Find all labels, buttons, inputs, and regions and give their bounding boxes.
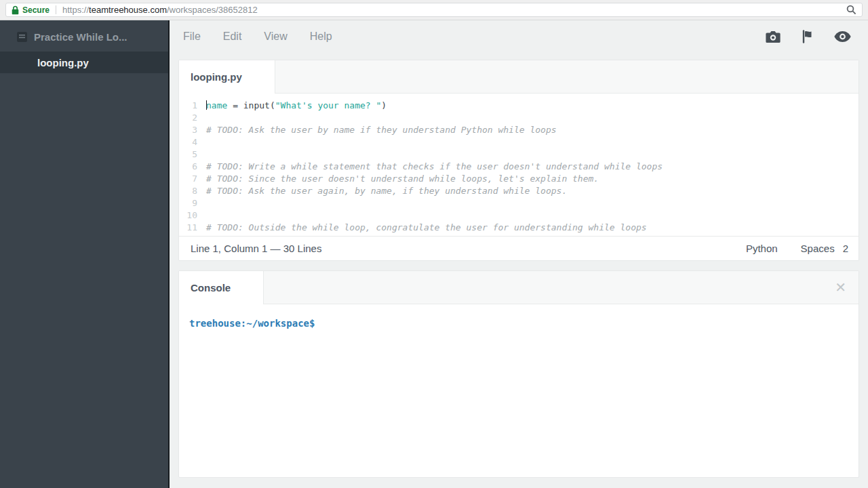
browser-chrome: Secure https://teamtreehouse.com/workspa… bbox=[0, 0, 868, 20]
code-token-comment: # TODO: Outside the while loop, congratu… bbox=[206, 222, 647, 232]
line-number: 1 bbox=[179, 100, 206, 112]
editor-tab-looping-py[interactable]: looping.py bbox=[179, 60, 275, 94]
url-bar[interactable]: Secure https://teamtreehouse.com/workspa… bbox=[5, 3, 863, 17]
line-content: # TODO: Ask the user again, by name, if … bbox=[206, 186, 567, 196]
menu-help[interactable]: Help bbox=[310, 30, 332, 43]
toolbar-icons bbox=[766, 30, 868, 43]
code-token-ident: name bbox=[206, 100, 227, 110]
cursor-position-label: Line 1, Column 1 — 30 Lines bbox=[191, 243, 321, 254]
editor-tab-label: looping.py bbox=[191, 71, 242, 83]
line-number: 3 bbox=[179, 124, 206, 136]
code-token-str: "What's your name? " bbox=[275, 100, 382, 110]
code-token-comment: # TODO: Ask the user by name if they und… bbox=[206, 125, 557, 135]
url-divider bbox=[56, 5, 56, 14]
secure-label: Secure bbox=[22, 5, 50, 15]
editor-tab-bar: looping.py bbox=[179, 60, 859, 94]
console-panel: Console ✕ treehouse:~/workspace$ bbox=[178, 270, 859, 478]
menu-edit[interactable]: Edit bbox=[223, 30, 242, 43]
file-sidebar: Practice While Lo... looping.py bbox=[0, 20, 170, 488]
code-line[interactable]: 5 bbox=[179, 148, 859, 161]
editor-status-bar: Line 1, Column 1 — 30 Lines Python Space… bbox=[179, 236, 859, 260]
code-token-comment: # TODO: Since the user doesn't understan… bbox=[206, 174, 599, 184]
code-token-comment: # TODO: Ask the user again, by name, if … bbox=[206, 186, 567, 196]
line-content: # TODO: Outside the while loop, congratu… bbox=[206, 222, 647, 232]
console-close-icon[interactable]: ✕ bbox=[835, 280, 846, 295]
console-tab-bar: Console ✕ bbox=[179, 271, 859, 304]
indent-size: 2 bbox=[843, 243, 848, 254]
code-line[interactable]: 10 bbox=[179, 209, 859, 222]
sidebar-file-looping-py[interactable]: looping.py bbox=[0, 52, 168, 73]
console-tab[interactable]: Console bbox=[179, 271, 264, 304]
code-line[interactable]: 4 bbox=[179, 136, 859, 148]
padlock-icon bbox=[12, 5, 19, 15]
line-content: # TODO: Ask the user by name if they und… bbox=[206, 125, 557, 135]
url-text: https://teamtreehouse.com/workspaces/386… bbox=[62, 5, 258, 15]
code-line[interactable]: 7# TODO: Since the user doesn't understa… bbox=[179, 173, 859, 185]
preview-eye-icon[interactable] bbox=[834, 31, 851, 42]
line-number: 8 bbox=[179, 185, 206, 197]
menu-file[interactable]: File bbox=[183, 30, 201, 43]
line-number: 6 bbox=[179, 161, 206, 173]
code-token-plain: = input( bbox=[227, 100, 275, 110]
code-line[interactable]: 3# TODO: Ask the user by name if they un… bbox=[179, 124, 859, 136]
line-number: 7 bbox=[179, 173, 206, 185]
code-line[interactable]: 9 bbox=[179, 197, 859, 209]
status-right: Python Spaces 2 bbox=[746, 243, 848, 254]
workspace-title: Practice While Lo... bbox=[34, 31, 127, 43]
zoom-icon[interactable] bbox=[846, 5, 856, 15]
file-name-label: looping.py bbox=[37, 57, 89, 68]
line-number: 4 bbox=[179, 136, 206, 148]
line-number: 9 bbox=[179, 197, 206, 209]
indent-indicator: Spaces 2 bbox=[801, 243, 848, 254]
snapshot-camera-icon[interactable] bbox=[766, 30, 781, 43]
line-content: # TODO: Since the user doesn't understan… bbox=[206, 174, 599, 184]
code-token-comment: # TODO: Write a while statement that che… bbox=[206, 161, 663, 171]
menu-view[interactable]: View bbox=[264, 30, 287, 43]
editor-panel: looping.py 1name = input("What's your na… bbox=[178, 60, 859, 261]
indent-label: Spaces bbox=[801, 243, 835, 254]
workspace-main: File Edit View Help bbox=[170, 20, 868, 488]
line-number: 11 bbox=[179, 222, 206, 234]
code-line[interactable]: 6# TODO: Write a while statement that ch… bbox=[179, 161, 859, 173]
url-path: /workspaces/38652812 bbox=[167, 5, 258, 15]
line-content: name = input("What's your name? ") bbox=[206, 100, 387, 110]
line-number: 5 bbox=[179, 148, 206, 161]
flag-icon[interactable] bbox=[801, 30, 814, 43]
code-line[interactable]: 11# TODO: Outside the while loop, congra… bbox=[179, 222, 859, 234]
console-tab-label: Console bbox=[191, 282, 231, 293]
line-content: # TODO: Write a while statement that che… bbox=[206, 161, 663, 171]
secure-chip[interactable]: Secure bbox=[12, 5, 50, 15]
menu-bar: File Edit View Help bbox=[170, 20, 868, 53]
code-line[interactable]: 1name = input("What's your name? ") bbox=[179, 100, 859, 112]
code-line[interactable]: 2 bbox=[179, 112, 859, 124]
console-terminal[interactable]: treehouse:~/workspace$ bbox=[179, 304, 859, 478]
code-token-plain: ) bbox=[381, 100, 387, 110]
language-indicator: Python bbox=[746, 243, 778, 254]
terminal-prompt: treehouse:~/workspace$ bbox=[189, 318, 315, 329]
line-number: 2 bbox=[179, 112, 206, 124]
workspace-header: Practice While Lo... bbox=[0, 20, 168, 52]
url-host: teamtreehouse.com bbox=[89, 5, 167, 15]
code-lines: 1name = input("What's your name? ")23# T… bbox=[179, 100, 859, 234]
url-scheme: https:// bbox=[62, 5, 89, 15]
code-line[interactable]: 8# TODO: Ask the user again, by name, if… bbox=[179, 185, 859, 197]
line-number: 10 bbox=[179, 209, 206, 222]
workspace-icon bbox=[17, 32, 27, 42]
code-editor[interactable]: 1name = input("What's your name? ")23# T… bbox=[179, 94, 859, 237]
